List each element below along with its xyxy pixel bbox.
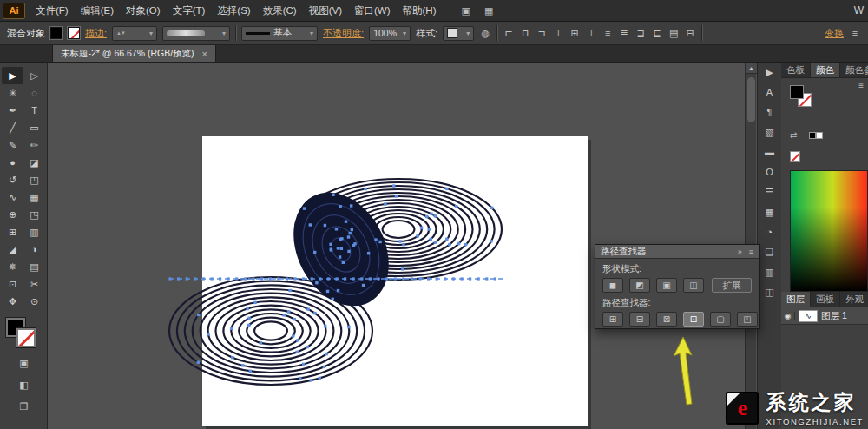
crop-button[interactable]: ⊡ — [683, 312, 704, 327]
screen-mode-icon[interactable]: ◧ — [19, 380, 28, 391]
visibility-eye-icon[interactable]: ◉ — [781, 312, 795, 320]
gradient-tool[interactable]: ▥ — [23, 223, 45, 241]
pathfinder-titlebar[interactable]: 路径查找器 » ≡ — [595, 245, 759, 259]
exclude-button[interactable]: ◫ — [683, 278, 704, 293]
fill-swatch[interactable] — [790, 85, 804, 99]
opacity-link[interactable]: 不透明度: — [323, 27, 364, 40]
stroke-color-swatch[interactable] — [68, 27, 80, 39]
symbol-sprayer-tool[interactable]: ✵ — [2, 258, 23, 275]
width-profile-combo[interactable]: ▾ — [162, 26, 230, 41]
artboard-tool[interactable]: ⊡ — [2, 275, 23, 293]
swap-colors-icon[interactable]: ⇄ — [790, 130, 797, 140]
perspective-grid-tool[interactable]: ◳ — [23, 206, 45, 223]
outline-button[interactable]: ▢ — [710, 312, 731, 327]
width-tool[interactable]: ∿ — [2, 188, 23, 206]
tab-bottom-1[interactable]: 图层 — [781, 292, 811, 307]
lasso-tool[interactable]: ◌ — [23, 84, 45, 102]
menu-item-3[interactable]: 对象(O) — [120, 0, 167, 21]
free-transform-tool[interactable]: ▦ — [23, 188, 45, 206]
menu-item-1[interactable]: 文件(F) — [30, 0, 75, 21]
app-logo[interactable]: Ai — [3, 3, 25, 19]
column-graph-tool[interactable]: ▤ — [23, 258, 45, 275]
hand-tool[interactable]: ✥ — [2, 293, 23, 310]
rectangle-tool[interactable]: ▭ — [23, 119, 45, 136]
slice-tool[interactable]: ✂ — [23, 275, 45, 293]
align-center-v-icon[interactable]: ⊞ — [569, 28, 581, 39]
distribute-bottom-icon[interactable]: ⊒ — [635, 28, 647, 39]
menu-item-6[interactable]: 效果(C) — [257, 0, 303, 21]
appearance-panel-icon[interactable]: ☰ — [766, 187, 774, 198]
brush-definition-combo[interactable]: 基本▾ — [241, 26, 318, 41]
eraser-tool[interactable]: ◪ — [23, 154, 45, 171]
stroke-panel-icon[interactable]: ▬ — [765, 147, 774, 158]
pathfinder-panel-icon[interactable]: ◫ — [765, 287, 773, 298]
panel-menu-icon[interactable]: ≡ — [749, 248, 753, 256]
selection-tool[interactable]: ▶ — [2, 67, 23, 84]
layer-row[interactable]: ◉∿图层 1 — [781, 307, 868, 325]
workspace-switcher-icon[interactable]: ▦ — [484, 5, 493, 16]
paragraph-panel-icon[interactable]: ¶ — [767, 107, 773, 118]
menu-item-9[interactable]: 帮助(H) — [397, 0, 443, 21]
panel-collapse-icon[interactable]: » — [738, 248, 742, 256]
panel-menu-icon[interactable]: ≡ — [849, 28, 861, 38]
trim-button[interactable]: ⊟ — [629, 312, 650, 327]
default-colors-icon[interactable] — [809, 130, 823, 141]
blend-tool[interactable]: ◑ — [23, 241, 45, 258]
menu-item-7[interactable]: 视图(V) — [303, 0, 348, 21]
character-panel-icon[interactable]: A — [766, 87, 773, 98]
none-swatch[interactable] — [790, 151, 800, 162]
minus-back-button[interactable]: ◰ — [737, 312, 758, 327]
tab-bottom-2[interactable]: 画板 — [811, 292, 840, 307]
tab-bottom-3[interactable]: 外观 — [840, 292, 868, 307]
draw-mode-icon[interactable]: ▣ — [19, 358, 28, 369]
distribute-center-icon[interactable]: ≣ — [618, 28, 630, 39]
color-panel-menu-icon[interactable]: ≡ — [858, 81, 864, 90]
arrange-documents-icon[interactable]: ▣ — [461, 5, 470, 16]
eyedropper-tool[interactable]: ◢ — [2, 241, 23, 258]
magic-wand-tool[interactable]: ✳ — [2, 84, 23, 102]
minus-front-button[interactable]: ◩ — [629, 278, 650, 293]
distribute-top-icon[interactable]: ≡ — [602, 28, 614, 39]
tab-top-1[interactable]: 色板 — [781, 63, 811, 77]
line-segment-tool[interactable]: ╱ — [2, 119, 23, 136]
color-spectrum[interactable] — [790, 170, 868, 292]
opacity-combo[interactable]: 100%▾ — [369, 26, 411, 41]
align-panel-icon[interactable]: ▥ — [765, 267, 773, 278]
align-left-icon[interactable]: ⊏ — [503, 28, 515, 39]
paintbrush-tool[interactable]: ✎ — [2, 136, 23, 154]
artboard-nav-icon[interactable]: ❐ — [20, 401, 29, 412]
transparency-panel-icon[interactable]: ◔ — [766, 227, 773, 238]
scale-tool[interactable]: ◰ — [23, 171, 45, 188]
stroke-swatch[interactable] — [16, 328, 36, 347]
zoom-tool[interactable]: ⊙ — [23, 293, 45, 310]
pen-tool[interactable]: ✒ — [2, 102, 23, 119]
stroke-weight-combo[interactable]: ▲▼▾ — [112, 26, 157, 41]
stroke-weight-spinner-icon[interactable]: ▲▼ — [116, 30, 125, 36]
transform-link[interactable]: 变换 — [825, 27, 844, 40]
type-tool[interactable]: T — [23, 102, 45, 119]
menu-item-8[interactable]: 窗口(W) — [348, 0, 397, 21]
blob-brush-tool[interactable]: ● — [2, 154, 23, 171]
symbols-panel-icon[interactable]: ❏ — [766, 247, 774, 258]
merge-button[interactable]: ⊠ — [656, 312, 677, 327]
direct-selection-tool[interactable]: ▷ — [23, 67, 45, 84]
expand-button[interactable]: 扩展 — [712, 278, 752, 293]
fill-color-swatch[interactable] — [50, 27, 62, 39]
rotate-tool[interactable]: ↺ — [2, 171, 23, 188]
distribute-spacing-icon[interactable]: ⊟ — [684, 28, 696, 39]
align-bottom-icon[interactable]: ⊥ — [585, 28, 597, 39]
close-icon[interactable]: × — [202, 49, 207, 59]
align-right-icon[interactable]: ⊐ — [536, 28, 548, 39]
unite-button[interactable]: ◼ — [602, 278, 623, 293]
intersect-button[interactable]: ▣ — [656, 278, 677, 293]
opentype-panel-icon[interactable]: O — [766, 167, 773, 178]
align-center-h-icon[interactable]: ⊓ — [519, 28, 531, 39]
align-options-icon[interactable]: ▤ — [667, 28, 680, 39]
menu-item-5[interactable]: 选择(S) — [211, 0, 256, 21]
style-combo[interactable]: ▾ — [443, 26, 474, 41]
tab-top-2[interactable]: 颜色 — [811, 63, 840, 77]
recolor-artwork-icon[interactable]: ◍ — [479, 28, 491, 39]
shape-builder-tool[interactable]: ⊕ — [2, 206, 23, 223]
expand-dock-icon[interactable]: ▶ — [766, 67, 773, 78]
mesh-tool[interactable]: ⊞ — [2, 223, 23, 241]
